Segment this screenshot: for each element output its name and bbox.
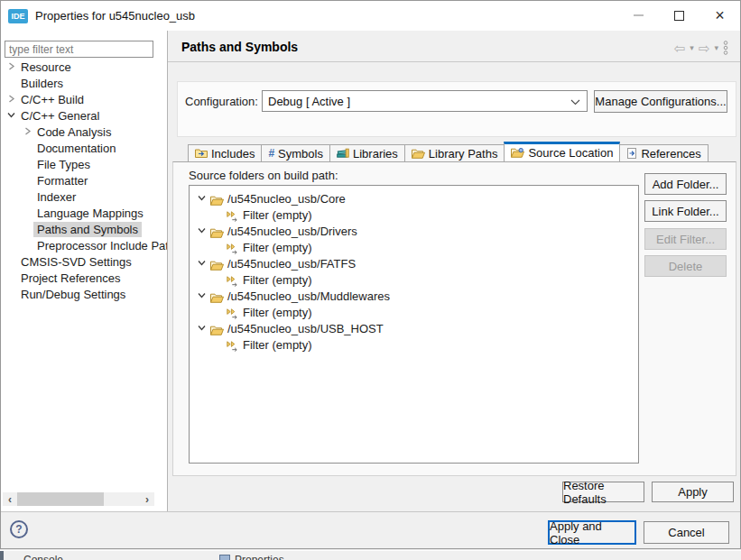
tree-row-folder[interactable]: /u545nucleo_usb/Core [190, 190, 638, 207]
tab-bar: Includes # Symbols Libraries Library Pat… [188, 142, 708, 162]
sidebar-item-language-mappings[interactable]: Language Mappings [1, 205, 167, 221]
chevron-down-icon [570, 99, 580, 106]
sidebar-tree: Resource Builders C/C++ Build C/C++ Gene… [1, 59, 167, 302]
configuration-select[interactable]: Debug [ Active ] [262, 90, 588, 112]
tree-row-folder[interactable]: /u545nucleo_usb/Muddlewares [190, 288, 638, 304]
sidebar-item-file-types[interactable]: File Types [1, 156, 167, 172]
references-icon [626, 148, 637, 159]
sidebar-item-resource[interactable]: Resource [1, 59, 167, 75]
add-folder-button[interactable]: Add Folder... [644, 173, 727, 195]
sidebar-item-builders[interactable]: Builders [1, 75, 167, 91]
overflow-dots-icon[interactable] [723, 41, 728, 55]
tree-row-filter[interactable]: Filter (empty) [190, 336, 638, 353]
tree-row-folder[interactable]: /u545nucleo_usb/USB_HOST [190, 320, 638, 336]
tree-row-filter[interactable]: Filter (empty) [190, 271, 638, 288]
scroll-right-icon[interactable]: › [140, 492, 154, 506]
manage-configurations-button[interactable]: Manage Configurations... [594, 90, 727, 113]
link-folder-button[interactable]: Link Folder... [644, 200, 727, 222]
filter-input[interactable] [5, 41, 153, 58]
apply-button[interactable]: Apply [652, 482, 734, 502]
tree-row-folder[interactable]: /u545nucleo_usb/FATFS [190, 255, 638, 271]
maximize-icon [674, 11, 684, 21]
tab-includes[interactable]: Includes [188, 144, 262, 162]
minimize-icon [634, 14, 644, 16]
sidebar: Resource Builders C/C++ Build C/C++ Gene… [1, 31, 168, 511]
includes-icon [195, 148, 208, 159]
forward-menu-caret-icon[interactable]: ▾ [714, 44, 718, 52]
chevron-right-icon[interactable] [7, 62, 15, 70]
tab-source-location[interactable]: Source Location [504, 142, 620, 162]
scroll-left-icon[interactable]: ‹ [3, 492, 17, 506]
scrollbar-thumb[interactable] [17, 492, 104, 506]
minimize-button[interactable] [618, 1, 659, 30]
footer: ? Apply and Close Cancel [1, 512, 740, 549]
delete-button: Delete [644, 255, 727, 277]
window-title: Properties for u545nucleo_usb [35, 1, 195, 31]
source-location-folder-icon [511, 148, 524, 158]
forward-icon[interactable]: ⇨ [699, 41, 710, 55]
sidebar-item-cmsis-svd[interactable]: CMSIS-SVD Settings [1, 253, 167, 270]
titlebar: IDE Properties for u545nucleo_usb × [1, 1, 740, 31]
library-paths-folder-icon [412, 149, 425, 159]
header-separator [168, 61, 740, 62]
sidebar-item-cpp-build[interactable]: C/C++ Build [1, 91, 167, 107]
source-location-panel: Source folders on build path: /u545nucle… [172, 161, 736, 476]
sidebar-item-paths-and-symbols[interactable]: Paths and Symbols [1, 221, 167, 237]
apply-and-close-button[interactable]: Apply and Close [548, 520, 636, 545]
background-tab-console: Console [23, 554, 63, 560]
chevron-down-icon[interactable] [198, 194, 206, 202]
page-title: Paths and Symbols [181, 40, 298, 54]
screen: IDE Properties for u545nucleo_usb × Reso… [0, 0, 741, 560]
background-window-strip: Console Properties [0, 550, 741, 560]
chevron-right-icon[interactable] [7, 95, 15, 103]
tree-row-filter[interactable]: Filter (empty) [190, 304, 638, 320]
filter-icon [227, 339, 238, 355]
tree-row-filter[interactable]: Filter (empty) [190, 239, 638, 255]
window-controls: × [618, 1, 740, 30]
close-icon: × [715, 7, 725, 23]
sidebar-item-preprocessor-include[interactable]: Preprocessor Include Pat [1, 237, 167, 253]
app-icon: IDE [8, 9, 28, 23]
history-nav: ⇦ ▾ ⇨ ▾ [674, 41, 728, 55]
sidebar-item-run-debug[interactable]: Run/Debug Settings [1, 286, 167, 302]
chevron-down-icon[interactable] [198, 226, 206, 234]
source-folders-tree[interactable]: /u545nucleo_usb/Core Filter (empty) /u54… [189, 185, 639, 464]
chevron-right-icon[interactable] [23, 127, 32, 135]
background-properties-icon [219, 555, 230, 560]
close-button[interactable]: × [699, 1, 740, 30]
hash-icon: # [268, 147, 274, 160]
sidebar-item-documentation[interactable]: Documentation [1, 140, 167, 156]
maximize-button[interactable] [659, 1, 699, 30]
sidebar-item-cpp-general[interactable]: C/C++ General [1, 107, 167, 124]
chevron-down-icon[interactable] [198, 291, 206, 299]
help-button[interactable]: ? [10, 520, 28, 538]
properties-dialog: IDE Properties for u545nucleo_usb × Reso… [0, 0, 741, 549]
sidebar-item-formatter[interactable]: Formatter [1, 172, 167, 188]
tab-symbols[interactable]: # Symbols [261, 144, 330, 162]
sidebar-item-code-analysis[interactable]: Code Analysis [1, 124, 167, 140]
configuration-label: Configuration: [185, 95, 258, 108]
tab-references[interactable]: References [619, 144, 708, 162]
chevron-down-icon[interactable] [198, 324, 206, 332]
tab-libraries[interactable]: Libraries [329, 144, 405, 162]
chevron-down-icon[interactable] [7, 111, 15, 119]
background-window-edge [0, 551, 4, 560]
back-menu-caret-icon[interactable]: ▾ [690, 44, 694, 52]
main-panel: Paths and Symbols ⇦ ▾ ⇨ ▾ Configuration:… [168, 31, 740, 511]
configuration-value: Debug [ Active ] [268, 95, 350, 108]
sidebar-item-project-references[interactable]: Project References [1, 270, 167, 286]
configuration-group: Configuration: Debug [ Active ] Manage C… [177, 81, 736, 137]
sidebar-horizontal-scrollbar[interactable]: ‹ › [3, 492, 154, 506]
background-tab-properties: Properties [235, 554, 284, 560]
tree-row-filter[interactable]: Filter (empty) [190, 207, 638, 223]
scrollbar-track[interactable] [17, 492, 140, 506]
restore-defaults-button[interactable]: Restore Defaults [562, 482, 644, 502]
sidebar-item-indexer[interactable]: Indexer [1, 188, 167, 205]
edit-filter-button: Edit Filter... [644, 228, 727, 250]
cancel-button[interactable]: Cancel [644, 521, 729, 544]
help-icon: ? [15, 523, 22, 536]
tab-library-paths[interactable]: Library Paths [404, 144, 505, 162]
back-icon[interactable]: ⇦ [674, 41, 686, 55]
tree-row-folder[interactable]: /u545nucleo_usb/Drivers [190, 223, 638, 239]
chevron-down-icon[interactable] [198, 259, 206, 267]
